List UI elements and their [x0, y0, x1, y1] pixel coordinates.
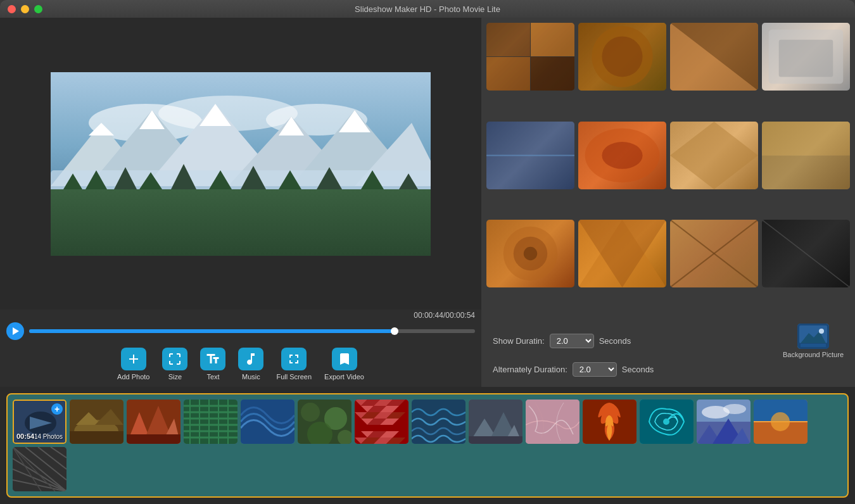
- add-photo-label: Add Photo: [117, 373, 149, 381]
- svg-rect-31: [531, 56, 574, 90]
- transition-preview-svg8: [762, 122, 850, 189]
- transition-preview-svg10: [578, 220, 666, 287]
- first-timeline-item[interactable]: + 00:54 14 Photos: [13, 400, 66, 444]
- play-button[interactable]: [6, 322, 24, 340]
- list-item[interactable]: [469, 400, 522, 444]
- list-item[interactable]: [697, 400, 750, 444]
- window-buttons: [8, 5, 42, 13]
- progress-thumb[interactable]: [391, 327, 398, 335]
- playback-row: [6, 322, 475, 340]
- list-item[interactable]: [526, 400, 580, 444]
- svg-point-136: [771, 412, 790, 431]
- transition-preview-svg9: [486, 220, 574, 287]
- transition-item[interactable]: [762, 220, 850, 287]
- export-video-button[interactable]: Export Video: [324, 348, 364, 381]
- size-label: Size: [168, 373, 182, 381]
- svg-rect-62: [801, 344, 826, 347]
- fullscreen-button[interactable]: Full Screen: [276, 348, 312, 381]
- transition-item[interactable]: [762, 23, 850, 91]
- show-duration-seconds-label: Seconds: [599, 336, 631, 346]
- transition-item[interactable]: [578, 220, 666, 287]
- list-item[interactable]: [184, 400, 238, 444]
- list-item[interactable]: [298, 400, 352, 444]
- transition-item[interactable]: [670, 220, 758, 287]
- add-photo-button[interactable]: Add Photo: [117, 348, 149, 381]
- transition-preview-svg12: [762, 220, 850, 287]
- svg-rect-46: [762, 122, 850, 155]
- settings-area: Show Duratin: 2.0 1.0 3.0 4.0 5.0 Second…: [486, 318, 850, 382]
- time-display: 00:00:44/00:00:54: [414, 311, 475, 320]
- export-video-icon: [332, 348, 357, 370]
- transition-preview-svg7: [670, 122, 758, 189]
- bg-picture-svg: [797, 324, 829, 349]
- list-item[interactable]: [241, 400, 294, 444]
- background-picture-icon: [797, 324, 829, 349]
- transition-item[interactable]: [486, 122, 574, 189]
- music-icon: [238, 348, 263, 370]
- svg-rect-30: [486, 56, 530, 90]
- thumb-svg-13: [697, 400, 750, 444]
- preview-area: [0, 18, 481, 310]
- svg-point-44: [602, 142, 642, 169]
- export-svg-icon: [337, 351, 352, 367]
- thumb-svg-9: [469, 400, 522, 444]
- transition-item[interactable]: [486, 23, 574, 91]
- transition-item[interactable]: [578, 23, 666, 91]
- text-label: Text: [206, 373, 219, 381]
- svg-point-90: [301, 403, 320, 422]
- progress-fill: [29, 329, 395, 333]
- fullscreen-label: Full Screen: [276, 373, 312, 381]
- show-duration-select[interactable]: 2.0 1.0 3.0 4.0 5.0: [550, 334, 594, 348]
- list-item[interactable]: [583, 400, 636, 444]
- preview-video: [51, 72, 431, 256]
- list-item[interactable]: [412, 400, 466, 444]
- size-button[interactable]: Size: [162, 348, 187, 381]
- transition-item[interactable]: [762, 122, 850, 189]
- transition-preview-svg6: [578, 122, 666, 189]
- close-button[interactable]: [8, 5, 16, 13]
- list-item[interactable]: [70, 400, 124, 444]
- play-icon: [13, 327, 19, 335]
- transition-preview-svg4: [762, 23, 850, 91]
- fullscreen-svg-icon: [286, 351, 301, 367]
- show-duration-label: Show Duratin:: [493, 336, 545, 346]
- list-item[interactable]: [640, 400, 694, 444]
- thumb-svg-5: [241, 400, 294, 444]
- first-thumb-time: 00:54: [16, 432, 34, 440]
- svg-rect-70: [70, 431, 124, 444]
- thumb-svg-3: [127, 400, 180, 444]
- size-icon: [162, 348, 187, 370]
- progress-track[interactable]: [29, 329, 475, 333]
- thumb-svg-7: [355, 400, 408, 444]
- background-picture-button[interactable]: Background Picture: [783, 324, 844, 358]
- transition-item[interactable]: [486, 220, 574, 287]
- transition-item[interactable]: [578, 122, 666, 189]
- add-photo-icon: [121, 348, 146, 370]
- alternate-duration-label: Alternately Duration:: [493, 365, 567, 374]
- minimize-button[interactable]: [21, 5, 29, 13]
- size-svg-icon: [167, 351, 182, 367]
- music-label: Music: [242, 373, 260, 381]
- list-item[interactable]: [754, 400, 808, 444]
- alternate-duration-select[interactable]: 2.0 1.0 3.0 4.0 5.0: [573, 362, 617, 377]
- alternate-duration-seconds-label: Seconds: [622, 365, 654, 374]
- music-button[interactable]: Music: [238, 348, 263, 381]
- show-duration-row: Show Duratin: 2.0 1.0 3.0 4.0 5.0 Second…: [493, 324, 844, 358]
- thumb-svg-12: [640, 400, 694, 444]
- maximize-button[interactable]: [34, 5, 42, 13]
- toolbar: Add Photo Size Text Music: [0, 343, 481, 387]
- plus-icon: [126, 351, 141, 367]
- first-thumb-count: 14 Photos: [34, 433, 63, 440]
- list-item[interactable]: [13, 447, 66, 491]
- svg-rect-36: [578, 23, 666, 91]
- list-item[interactable]: [127, 400, 180, 444]
- thumb-svg-15: [13, 447, 66, 491]
- thumb-svg-6: [298, 400, 352, 444]
- transition-preview-svg2: [578, 23, 666, 91]
- transition-item[interactable]: [670, 122, 758, 189]
- fullscreen-icon: [281, 348, 307, 370]
- transition-item[interactable]: [670, 23, 758, 91]
- list-item[interactable]: [355, 400, 408, 444]
- timeline-strip: + 00:54 14 Photos: [6, 393, 849, 498]
- text-button[interactable]: Text: [200, 348, 225, 381]
